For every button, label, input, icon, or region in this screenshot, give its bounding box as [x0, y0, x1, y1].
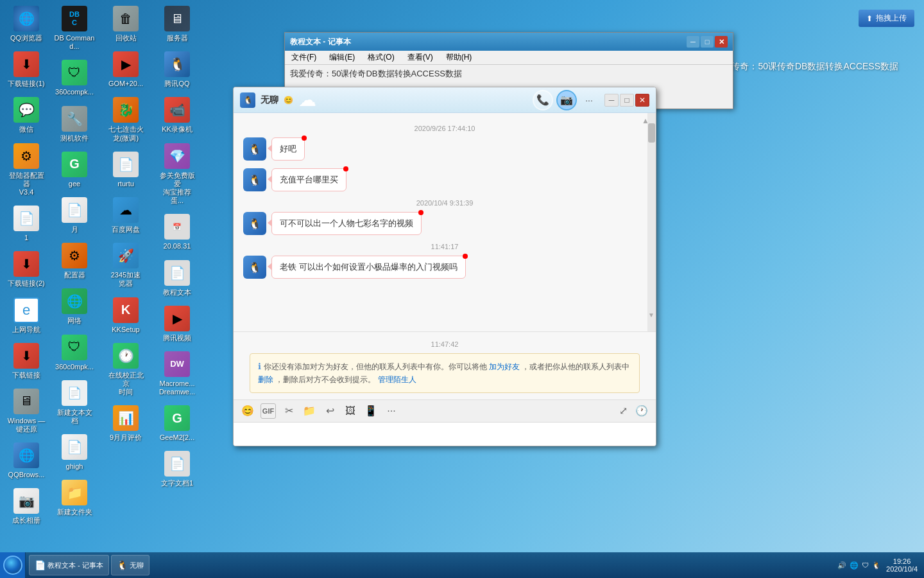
taskbar-item-qq[interactable]: 🐧 无聊 — [111, 555, 150, 575]
desktop-icon-ie[interactable]: e 上网导航 — [3, 295, 49, 337]
more-toolbar-button[interactable]: ··· — [384, 403, 399, 419]
scrollbar[interactable]: ▼ — [647, 113, 656, 331]
notepad-menu-format[interactable]: 格式(O) — [364, 51, 397, 64]
upload-button[interactable]: ⬆ 拖拽上传 — [859, 10, 914, 27]
desktop-icon-label: rturtu — [117, 180, 134, 188]
desktop-icon-date2008[interactable]: 📅 20.08.31 — [154, 211, 200, 253]
notepad-titlebar: 教程文本 - 记事本 ─ □ ✕ — [285, 33, 733, 51]
desktop-icon-gee[interactable]: G gee — [51, 149, 98, 191]
notepad-taskbar-icon: 📄 — [35, 560, 45, 570]
undo-button[interactable]: ↩ — [322, 403, 338, 419]
db-icon: DBC — [62, 6, 87, 31]
desktop-icon-win-restore[interactable]: 🖥 Windows —键还原 — [3, 386, 49, 436]
tray-icon-3[interactable]: 🛡 — [862, 561, 869, 569]
desktop-icon-9month[interactable]: 📊 9月月评价 — [103, 403, 149, 444]
image-button[interactable]: 🖼 — [343, 403, 358, 419]
qq-close-button[interactable]: ✕ — [635, 94, 649, 107]
desktop-icon-qqbrows[interactable]: 🌐 QQBrows... — [3, 440, 49, 482]
desktop-icon-testsoft[interactable]: 🔧 测机软件 — [51, 103, 98, 145]
desktop-icon-dllink[interactable]: ⬇ 下载链接 — [3, 340, 49, 382]
recycle-icon: 🗑 — [113, 6, 139, 31]
qq-chat-messages[interactable]: ▲ 2020/9/26 17:44:10 🐧 好吧 🐧 充值平台哪里买 2020… — [234, 113, 656, 331]
add-friend-link[interactable]: 加为好友 — [489, 362, 520, 371]
desktop-icon-label: 回收站 — [116, 34, 137, 42]
notepad-menu-view[interactable]: 查看(V) — [404, 51, 436, 64]
desktop-icon-yxmc[interactable]: 💎 参关免费版爱淘宝推荐蛋... — [154, 141, 200, 208]
desktop-icon-qqtencent[interactable]: 🐧 腾讯QQ — [154, 49, 200, 91]
taskbar-item-notepad[interactable]: 📄 教程文本 - 记事本 — [29, 555, 109, 575]
chat-avatar: 🐧 — [243, 256, 266, 279]
chat-bubble-wrapper: 可不可以出一个人物七彩名字的视频 — [271, 212, 422, 235]
desktop-icon-newtext[interactable]: 📄 新建文本文档 — [51, 378, 98, 428]
manage-strangers-link[interactable]: 管理陌生人 — [378, 375, 416, 384]
desktop-icon-wechat[interactable]: 💬 微信 — [3, 94, 49, 136]
qq-more-button[interactable]: ··· — [580, 92, 598, 108]
desktop-icon-num1[interactable]: 📄 1 — [3, 203, 49, 245]
history-button[interactable]: 🕐 — [634, 403, 649, 419]
download1-icon: ⬇ — [13, 51, 39, 77]
mobile-button[interactable]: 📱 — [363, 403, 379, 419]
notepad-minimize-button[interactable]: ─ — [687, 36, 699, 48]
desktop-icon-logincfg[interactable]: ⚙ 登陆器配置器V3.4 — [3, 141, 49, 200]
unread-dot — [418, 210, 424, 215]
tray-icon-1[interactable]: 🔊 — [837, 561, 846, 570]
desktop-icon-yue[interactable]: 📄 月 — [51, 195, 98, 236]
desktop-icon-tengxunvideo[interactable]: ▶ 腾讯视频 — [154, 303, 200, 345]
tray-icon-2[interactable]: 🌐 — [850, 561, 859, 570]
desktop-icon-download2[interactable]: ⬇ 下载链接(2) — [3, 249, 49, 290]
screenshot-button[interactable]: ✂ — [281, 403, 296, 419]
desktop-icon-label: 20.08.31 — [164, 242, 191, 250]
desktop-icon-geem2[interactable]: G GeeM2[2... — [154, 403, 200, 444]
desktop-icon-gom[interactable]: ▶ GOM+20... — [103, 49, 149, 91]
emoji-button[interactable]: 😊 — [240, 403, 255, 419]
tray-icon-qq[interactable]: 🐧 — [872, 561, 881, 570]
desktop-icon-label: 9月月评价 — [110, 434, 142, 442]
desktop-icon-baipan[interactable]: ☁ 百度网盘 — [103, 195, 149, 236]
server-icon: 🖥 — [164, 6, 190, 31]
desktop-icon-kkrec[interactable]: 📹 KK录像机 — [154, 94, 200, 136]
desktop-icon-360c0mpk[interactable]: 🛡 360c0mpk... — [51, 332, 98, 374]
desktop-icon-network[interactable]: 🌐 网络 — [51, 286, 98, 328]
desktop-icon-growth-album[interactable]: 📷 成长相册 — [3, 486, 49, 527]
notepad-close-button[interactable]: ✕ — [715, 36, 728, 48]
desktop-icon-helong[interactable]: 🐉 七七连击火龙(微调) — [103, 94, 149, 144]
qq-minimize-button[interactable]: ─ — [604, 94, 619, 107]
chat-input-area[interactable] — [234, 423, 656, 446]
desktop-icon-recycle[interactable]: 🗑 回收站 — [103, 3, 149, 45]
remove-link[interactable]: 删除 — [258, 375, 273, 384]
desktop-icon-jiaocheng[interactable]: 📄 教程文本 — [154, 258, 200, 299]
desktop-icon-wenzi[interactable]: 📄 文字文档1 — [154, 448, 200, 490]
qq-taskbar-label: 无聊 — [130, 561, 144, 570]
geem2-icon: G — [164, 405, 190, 431]
scroll-thumb[interactable] — [648, 123, 655, 143]
zzbj-icon: 🕐 — [113, 343, 139, 369]
qq-title-actions: 📞 📷 ··· ─ □ ✕ — [533, 90, 649, 110]
notepad-menu-file[interactable]: 文件(F) — [288, 51, 320, 64]
notepad-menu-help[interactable]: 帮助(H) — [443, 51, 475, 64]
start-button[interactable] — [0, 552, 26, 578]
desktop-icon-rturtu[interactable]: 📄 rturtu — [103, 149, 149, 191]
chat-timestamp-4: 11:47:42 — [243, 340, 646, 348]
desktop-icon-newfolder[interactable]: 📁 新建文件夹 — [51, 477, 98, 519]
qq-maximize-button[interactable]: □ — [620, 94, 634, 107]
desktop-icon-qq-browser[interactable]: 🌐 QQ浏览器 — [3, 3, 49, 45]
desktop-icon-zzbj[interactable]: 🕐 在线校正北京时间 — [103, 340, 149, 399]
desktop-icon-db[interactable]: DBC DB Command... — [51, 3, 98, 53]
desktop-icon-2345acc[interactable]: 🚀 2345加速览器 — [103, 240, 149, 290]
desktop-icon-download1[interactable]: ⬇ 下载链接(1) — [3, 49, 49, 91]
desktop-icon-server[interactable]: 🖥 服务器 — [154, 3, 200, 45]
desktop-icon-macromedia[interactable]: DW Macrome...Dreamwe... — [154, 349, 200, 399]
gif-button[interactable]: GIF — [261, 403, 276, 419]
qq-phone-call-button[interactable]: 📞 — [533, 90, 553, 110]
desktop-icon-kksetup[interactable]: K KKSetup — [103, 295, 149, 337]
notepad-content[interactable]: 我爱传奇：50课传奇DB数据转换ACCESS数据 — [285, 65, 733, 83]
notepad-maximize-button[interactable]: □ — [701, 36, 714, 48]
desktop-icon-ghigh[interactable]: 📄 ghigh — [51, 432, 98, 473]
desktop-icon-cfg[interactable]: ⚙ 配置器 — [51, 240, 98, 282]
expand-button[interactable]: ⤢ — [615, 403, 631, 419]
desktop-icon-360compk[interactable]: 🛡 360compk... — [51, 57, 98, 99]
notepad-menu-edit[interactable]: 编辑(E) — [326, 51, 358, 64]
qq-video-call-button[interactable]: 📷 — [556, 90, 577, 110]
folder-button[interactable]: 📁 — [302, 403, 317, 419]
desktop-icon-label: 服务器 — [167, 34, 188, 42]
